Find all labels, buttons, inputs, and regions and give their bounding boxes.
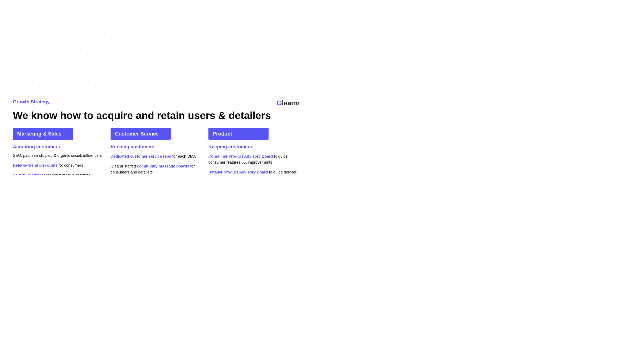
detailer-advisory-highlight: Detailer Product Advisory Board [208,170,268,174]
refer-text: Refer-a-friend discounts for consumers [13,163,104,169]
seo-text: SEO, paid search, paid & organic social,… [13,153,104,159]
column-product: Product Keeping customers Consumer Produ… [208,128,300,175]
community-highlight: community message boards [137,164,189,168]
consumer-advisory-text: Consumer Product Advisory Board to guide… [208,154,300,166]
column-marketing-sales: Marketing & Sales Acquiring customers SE… [13,128,104,175]
logo: Gleamr [277,99,300,107]
loyalty-highlight: Loyalty programs [13,173,45,175]
loyalty-text: Loyalty programs for consumers & detaile… [13,172,104,175]
section-loyalty: Loyalty programs for consumers & detaile… [13,172,104,175]
column-header-marketing: Marketing & Sales [13,128,73,140]
detailer-advisory-text: Detailer Product Advisory Board to guide… [208,169,300,175]
section-refer: Refer-a-friend discounts for consumers [13,163,104,169]
column-customer-service: Customer Service Keeping customers Dedic… [110,128,202,175]
category-label: Growth Strategy [13,99,50,105]
section-consumer-advisory: Consumer Product Advisory Board to guide… [208,154,300,166]
dedicated-text: Dedicated customer service reps for each… [110,154,202,160]
column-header-product: Product [208,128,268,140]
dedicated-highlight: Dedicated customer service reps [110,154,171,158]
columns-container: Marketing & Sales Acquiring customers SE… [13,128,300,175]
logo-rest: leamr [282,99,300,107]
section-community: Gleamr staffed community message boards … [110,163,202,175]
logo-g: G [277,99,282,107]
slide-header: Growth Strategy Gleamr [13,99,300,107]
section-title-keeping-product: Keeping customers [208,144,300,150]
consumer-advisory-highlight: Consumer Product Advisory Board [208,154,273,158]
section-detailer-advisory: Detailer Product Advisory Board to guide… [208,169,300,175]
column-header-service: Customer Service [110,128,171,140]
main-title: We know how to acquire and retain users … [13,110,300,121]
section-acquiring: Acquiring customers SEO, paid search, pa… [13,144,104,159]
section-keeping-cs: Keeping customers [110,144,202,150]
decorative-background [17,0,129,90]
section-title-acquiring: Acquiring customers [13,144,104,150]
refer-highlight: Refer-a-friend discounts [13,163,58,167]
slide-page: Growth Strategy Gleamr We know how to ac… [0,0,312,175]
section-dedicated: Dedicated customer service reps for each… [110,154,202,160]
community-text: Gleamr staffed community message boards … [110,163,202,175]
section-title-keeping-cs: Keeping customers [110,144,202,150]
section-keeping-product: Keeping customers [208,144,300,150]
